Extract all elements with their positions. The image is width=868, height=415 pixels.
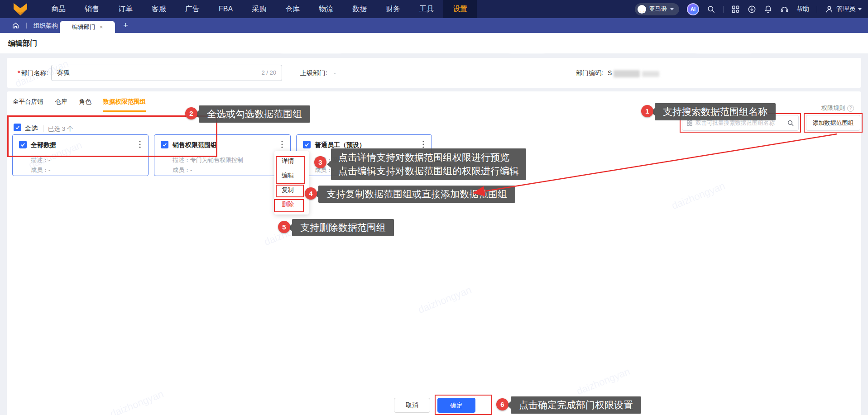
page-title-bar: 编辑部门 [0, 33, 868, 53]
app-logo-fox-icon[interactable] [12, 2, 29, 16]
marketplace-switcher[interactable]: a 亚马逊 [635, 3, 679, 15]
tab-label: 编辑部门 [72, 23, 96, 31]
dept-code-value: S [608, 69, 612, 76]
caret-down-icon [670, 8, 674, 10]
card-checkbox[interactable] [161, 141, 168, 148]
nav-item-warehouse[interactable]: 仓库 [276, 0, 309, 18]
page-title: 编辑部门 [8, 39, 37, 48]
divider [817, 6, 817, 13]
question-circle-icon[interactable]: ? [847, 105, 854, 112]
batch-grid-icon [686, 120, 693, 126]
more-actions-icon[interactable] [279, 140, 285, 148]
add-scope-group-button[interactable]: 添加数据范围组 [806, 115, 860, 131]
tooltip-line: 点击详情支持对数据范围组权限进行预览 [338, 151, 519, 164]
search-icon[interactable] [787, 119, 794, 127]
dept-name-input-wrap: 2 / 20 [51, 65, 282, 81]
marketplace-label: 亚马逊 [649, 5, 667, 13]
download-version-icon[interactable] [748, 5, 756, 14]
tooltip-line: 点击编辑支持对数据范围组的权限进行编辑 [338, 164, 519, 178]
card-member-row: 成员：- [173, 166, 192, 174]
annotation-badge-6: 6 [496, 398, 508, 410]
redacted-code-blur [614, 70, 640, 77]
notification-bell-icon[interactable] [764, 5, 772, 14]
user-icon [825, 5, 834, 14]
search-icon[interactable] [707, 5, 715, 14]
annotation-badge-1: 1 [641, 105, 653, 117]
nav-item-service[interactable]: 客服 [142, 0, 176, 18]
nav-item-ads[interactable]: 广告 [176, 0, 209, 18]
parent-dept-label: 上级部门: [300, 69, 327, 77]
more-actions-icon[interactable] [137, 140, 143, 148]
tab-all-platform-stores[interactable]: 全平台店铺 [13, 98, 43, 112]
card-member-row: 成员：- [31, 166, 50, 174]
more-actions-icon[interactable] [420, 140, 427, 148]
permission-rule-hint: 权限规则 ? [821, 104, 854, 112]
nav-item-orders[interactable]: 订单 [109, 0, 142, 18]
nav-item-sales[interactable]: 销售 [75, 0, 109, 18]
menu-item-delete[interactable]: 删除 [274, 197, 309, 212]
annotation-tooltip-4: 支持复制数据范围组或直接添加数据范围组 [318, 186, 515, 203]
scope-group-card-all-data: 全部数据 描述：- 成员：- [12, 134, 149, 176]
apps-grid-icon[interactable] [731, 5, 740, 14]
nav-item-finance[interactable]: 财务 [376, 0, 410, 18]
select-all-checkbox[interactable] [14, 124, 21, 131]
nav-item-data[interactable]: 数据 [343, 0, 376, 18]
nav-item-logistics[interactable]: 物流 [309, 0, 343, 18]
permission-tabs: 全平台店铺 仓库 角色 数据权限范围组 [13, 98, 146, 112]
annotation-badge-2: 2 [185, 107, 197, 119]
annotation-badge-4: 4 [305, 187, 317, 200]
scope-group-card-sales: 销售权限范围组 描述：专门为销售权限控制 成员：- [154, 134, 291, 176]
user-label: 管理员 [836, 5, 855, 13]
card-title: 销售权限范围组 [173, 141, 217, 149]
cancel-button[interactable]: 取消 [394, 398, 430, 413]
selected-count: 已选 3 个 [48, 125, 73, 133]
dept-name-input[interactable] [57, 65, 238, 81]
card-checkbox[interactable] [19, 141, 27, 148]
annotation-tooltip-5: 支持删除数据范围组 [292, 219, 394, 236]
app-screen: 商品 销售 订单 客服 广告 FBA 采购 仓库 物流 数据 财务 工具 设置 … [0, 0, 868, 415]
card-desc-row: 描述：专门为销售权限控制 [173, 156, 243, 164]
confirm-button[interactable]: 确定 [437, 398, 475, 413]
navbar-right-cluster: a 亚马逊 AI 帮助 管理员 [635, 0, 862, 18]
close-tab-icon[interactable]: × [100, 24, 103, 30]
tab-role[interactable]: 角色 [79, 98, 91, 112]
divider [723, 6, 724, 13]
divider [26, 23, 27, 29]
tab-warehouse[interactable]: 仓库 [55, 98, 67, 112]
nav-item-settings[interactable]: 设置 [443, 0, 477, 18]
card-checkbox[interactable] [303, 141, 311, 148]
main-menu: 商品 销售 订单 客服 广告 FBA 采购 仓库 物流 数据 财务 工具 设置 [42, 0, 477, 18]
tab-data-permission-scope-group[interactable]: 数据权限范围组 [103, 98, 146, 112]
menu-item-edit[interactable]: 编辑 [274, 168, 309, 183]
tab-org-structure[interactable]: 组织架构 [34, 18, 58, 33]
dept-code-label: 部门编码: [576, 69, 603, 77]
top-navbar: 商品 销售 订单 客服 广告 FBA 采购 仓库 物流 数据 财务 工具 设置 … [0, 0, 868, 18]
redacted-code-blur [642, 71, 659, 77]
amazon-icon: a [638, 5, 646, 14]
nav-item-fba[interactable]: FBA [209, 0, 242, 18]
headset-support-icon[interactable] [780, 5, 789, 14]
parent-dept-value: - [334, 69, 336, 76]
nav-item-tools[interactable]: 工具 [410, 0, 443, 18]
required-mark: * [18, 69, 20, 76]
card-desc-row: 描述：- [31, 156, 50, 164]
select-all-label: 全选 [25, 124, 38, 133]
department-form-card: *部门名称: 2 / 20 上级部门: - 部门编码: S [7, 58, 861, 88]
menu-item-copy[interactable]: 复制 [274, 183, 309, 197]
annotation-tooltip-2: 全选或勾选数据范围组 [199, 105, 310, 123]
workspace-tab-bar: 组织架构 编辑部门 × + [0, 18, 868, 33]
search-scope-group-input[interactable] [695, 120, 784, 126]
add-tab-icon[interactable]: + [123, 18, 128, 33]
annotation-badge-3: 3 [314, 156, 326, 168]
card-title: 全部数据 [31, 141, 56, 149]
home-icon[interactable] [12, 22, 19, 29]
caret-down-icon [858, 8, 862, 10]
help-link[interactable]: 帮助 [796, 5, 809, 13]
tab-edit-department-active[interactable]: 编辑部门 × [60, 21, 115, 33]
nav-item-products[interactable]: 商品 [42, 0, 75, 18]
menu-item-details[interactable]: 详情 [274, 154, 309, 168]
ai-assistant-button[interactable]: AI [687, 3, 699, 15]
dept-name-label: *部门名称: [18, 69, 48, 77]
user-account-menu[interactable]: 管理员 [825, 5, 862, 14]
nav-item-purchase[interactable]: 采购 [242, 0, 276, 18]
